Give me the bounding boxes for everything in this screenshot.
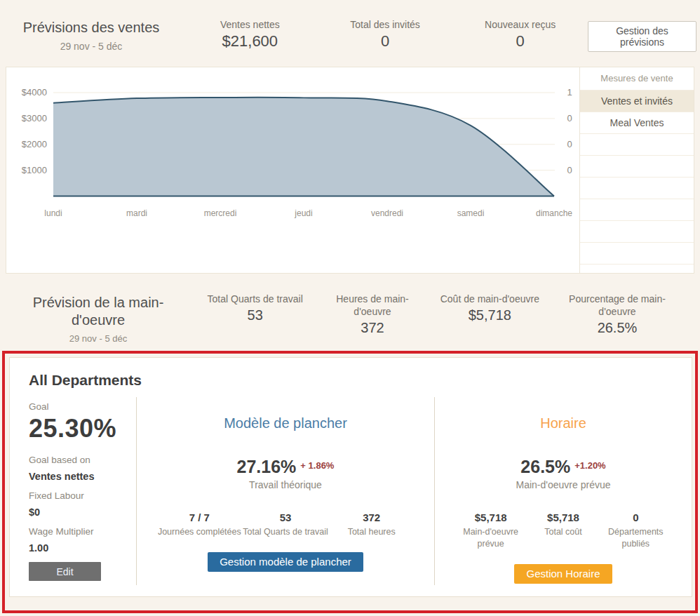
new-receipts-stat: Nouveaux reçus 0 [452, 0, 588, 67]
wage-multiplier-label: Wage Multiplier [29, 526, 136, 537]
days-completed-stat: 7 / 7 Journées complétées [156, 511, 243, 538]
goal-column: Goal 25.30% Goal based on Ventes nettes … [10, 397, 136, 585]
schedule-percent: 26.5% [520, 457, 570, 476]
goal-based-on-value: Ventes nettes [29, 471, 136, 482]
total-hours-mini-stat: 372 Total heures [328, 511, 415, 538]
x-axis-label-friday: vendredi [352, 208, 422, 218]
total-cost-value: $5,718 [527, 511, 599, 523]
goal-label: Goal [29, 401, 136, 412]
labor-percent-value: 26.5% [548, 320, 686, 336]
sales-forecast-stats: Ventes nettes $21,600 Total des invités … [182, 0, 588, 67]
y-axis-tick-2000: $2000 [11, 139, 47, 149]
schedule-title: Horaire [435, 415, 692, 431]
labor-dashboard-page: Prévisions des ventes 29 nov - 5 déc Ven… [0, 0, 700, 616]
floor-model-subtitle: Travail théorique [137, 479, 434, 490]
schedule-column: Horaire 26.5%+1.20% Main-d'oeuvre prévue… [434, 397, 692, 585]
right-axis-tick-2: 0 [562, 113, 577, 123]
goal-based-on-label: Goal based on [29, 455, 136, 465]
total-guests-label: Total des invités [318, 19, 453, 30]
sidebar-item-meal-ventes[interactable]: Meal Ventes [580, 112, 694, 134]
x-axis-label-sunday: dimanche [519, 208, 589, 218]
labor-forecast-title-block: Prévision de la main-d'oeuvre 29 nov - 5… [0, 274, 196, 351]
days-completed-label: Journées complétées [156, 526, 243, 538]
right-axis-tick-1: 1 [562, 87, 577, 98]
y-axis-tick-4000: $4000 [11, 87, 47, 98]
net-sales-label: Ventes nettes [182, 19, 318, 30]
labor-hours-value: 372 [314, 320, 431, 336]
published-departments-value: 0 [600, 511, 672, 523]
labor-forecast-date-range: 29 nov - 5 déc [0, 333, 196, 344]
net-sales-value: $21,600 [182, 32, 318, 51]
manage-floor-model-button[interactable]: Gestion modèle de plancher [208, 552, 363, 572]
labor-cost-value: $5,718 [431, 307, 548, 323]
right-axis-tick-3: 0 [562, 139, 577, 149]
total-cost-label: Total coût [527, 526, 599, 538]
fixed-labour-label: Fixed Labour [29, 490, 136, 501]
floor-model-column: Modèle de plancher 27.16%+ 1.86% Travail… [136, 397, 434, 585]
sales-chart-panel: $4000 $3000 $2000 $1000 1 0 0 0 lundi ma… [6, 67, 694, 274]
right-axis-tick-4: 0 [562, 165, 577, 175]
sales-forecast-title-block: Prévisions des ventes 29 nov - 5 déc [0, 0, 182, 67]
total-shifts-mini-label: Total Quarts de travail [243, 526, 329, 538]
labor-forecast-stats: Total Quarts de travail 53 Heures de mai… [196, 274, 686, 351]
labor-hours-label: Heures de main-d'oeuvre [314, 293, 431, 318]
manage-forecasts-button[interactable]: Gestion des prévisions [588, 21, 696, 52]
labor-forecast-header: Prévision de la main-d'oeuvre 29 nov - 5… [0, 274, 700, 351]
sidebar-empty-row [580, 134, 694, 156]
floor-model-stats: 7 / 7 Journées complétées 53 Total Quart… [156, 511, 415, 538]
sidebar-empty-row [580, 221, 694, 243]
departments-columns: Goal 25.30% Goal based on Ventes nettes … [10, 397, 692, 585]
labor-cost-label: Coût de main-d'oeuvre [431, 293, 548, 305]
y-axis-tick-3000: $3000 [11, 113, 47, 123]
labor-hours-stat: Heures de main-d'oeuvre 372 [314, 274, 431, 351]
sidebar-empty-row [580, 243, 694, 265]
schedule-percent-row: 26.5%+1.20% [435, 457, 692, 477]
new-receipts-value: 0 [452, 32, 588, 51]
schedule-subtitle: Main-d'oeuvre prévue [435, 479, 692, 490]
sidebar-item-ventes-et-invites[interactable]: Ventes et invités [580, 91, 694, 112]
total-shifts-mini-value: 53 [243, 511, 329, 523]
goal-value: 25.30% [29, 414, 136, 443]
fixed-labour-value: $0 [29, 507, 136, 518]
all-departments-title: All Departments [29, 372, 692, 389]
sales-measures-sidebar: Mesures de vente Ventes et invités Meal … [579, 67, 694, 273]
highlight-red-border: All Departments Goal 25.30% Goal based o… [2, 351, 698, 613]
x-axis-label-monday: lundi [18, 208, 88, 218]
schedule-delta: +1.20% [574, 460, 605, 471]
sales-forecast-date-range: 29 nov - 5 déc [0, 41, 182, 52]
all-departments-card: All Departments Goal 25.30% Goal based o… [9, 357, 692, 597]
labor-percent-label: Pourcentage de main-d'oeuvre [548, 293, 686, 318]
manage-schedule-button[interactable]: Gestion Horaire [514, 564, 612, 584]
published-departments-stat: 0 Départements publiés [600, 511, 672, 550]
floor-model-delta: + 1.86% [300, 460, 334, 471]
days-completed-value: 7 / 7 [156, 511, 243, 523]
total-guests-stat: Total des invités 0 [318, 0, 453, 67]
x-axis-label-saturday: samedi [436, 208, 506, 218]
labor-forecast-title: Prévision de la main-d'oeuvre [20, 294, 177, 329]
x-axis-label-thursday: jeudi [269, 208, 339, 218]
schedule-stats: $5,718 Main-d'oeuvre prévue $5,718 Total… [455, 511, 672, 550]
floor-model-percent-row: 27.16%+ 1.86% [137, 457, 434, 477]
sales-forecast-header: Prévisions des ventes 29 nov - 5 déc Ven… [0, 0, 700, 67]
net-sales-stat: Ventes nettes $21,600 [182, 0, 318, 67]
new-receipts-label: Nouveaux reçus [452, 19, 588, 30]
y-axis-tick-1000: $1000 [11, 165, 47, 175]
labor-cost-stat: Coût de main-d'oeuvre $5,718 [431, 274, 548, 351]
edit-goal-button[interactable]: Edit [29, 562, 101, 581]
total-guests-value: 0 [318, 32, 453, 51]
sales-chart-area: $4000 $3000 $2000 $1000 1 0 0 0 lundi ma… [6, 67, 579, 273]
wage-multiplier-value: 1.00 [29, 542, 136, 554]
sidebar-empty-row [580, 156, 694, 178]
x-axis-label-tuesday: mardi [102, 208, 172, 218]
published-departments-label: Départements publiés [600, 526, 672, 550]
sales-measures-header: Mesures de vente [580, 67, 694, 91]
floor-model-title: Modèle de plancher [137, 415, 434, 431]
planned-labor-value: $5,718 [455, 511, 527, 523]
total-shifts-value: 53 [196, 307, 314, 323]
x-axis-label-wednesday: mercredi [185, 208, 255, 218]
labor-percent-stat: Pourcentage de main-d'oeuvre 26.5% [548, 274, 686, 351]
total-shifts-label: Total Quarts de travail [196, 293, 314, 305]
sidebar-empty-row [580, 178, 694, 199]
total-shifts-mini-stat: 53 Total Quarts de travail [243, 511, 329, 538]
sales-forecast-title: Prévisions des ventes [0, 20, 182, 36]
